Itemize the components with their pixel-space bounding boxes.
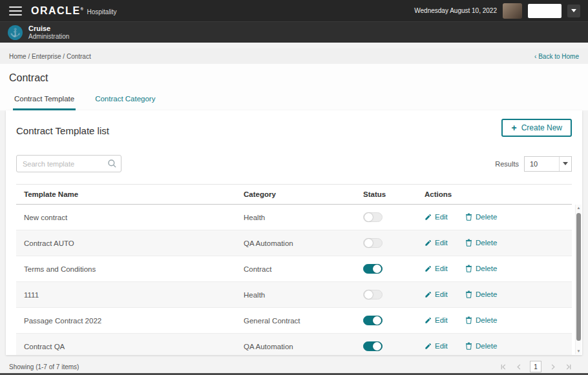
brand-suffix: Hospitality bbox=[87, 8, 116, 15]
contract-template-card: Contract Template list + Create New Resu… bbox=[6, 110, 582, 355]
toggle-knob bbox=[373, 342, 381, 350]
pencil-icon bbox=[425, 239, 432, 247]
scroll-down-icon[interactable]: ▼ bbox=[576, 349, 582, 354]
delete-label: Delete bbox=[476, 239, 497, 247]
delete-label: Delete bbox=[476, 290, 497, 298]
template-name-cell: Terms and Conditions bbox=[16, 265, 236, 273]
pencil-icon bbox=[425, 343, 432, 350]
contract-template-table: Template Name Category Status Actions Ne… bbox=[16, 184, 572, 355]
template-name-cell: 1111 bbox=[16, 291, 236, 299]
category-cell: Health bbox=[236, 291, 355, 299]
edit-button[interactable]: Edit bbox=[425, 290, 448, 298]
showing-summary: Showing (1-7 of 7 items) bbox=[9, 363, 79, 370]
template-name-cell: Contract AUTO bbox=[16, 239, 236, 247]
plus-icon: + bbox=[511, 125, 516, 131]
app-name: Cruise bbox=[28, 25, 69, 33]
category-cell: QA Automation bbox=[236, 239, 355, 247]
search-icon[interactable] bbox=[107, 159, 117, 171]
brand-logo: ORACLE® Hospitality bbox=[31, 5, 117, 17]
toggle-knob bbox=[364, 213, 373, 221]
delete-button[interactable]: Delete bbox=[465, 239, 497, 247]
status-toggle[interactable] bbox=[363, 212, 383, 222]
results-per-page-select[interactable]: 10 bbox=[524, 156, 572, 172]
edit-label: Edit bbox=[435, 316, 448, 324]
template-name-cell: New contract bbox=[16, 214, 236, 221]
table-row: 1111 Health Edit Delete bbox=[16, 282, 572, 308]
edit-label: Edit bbox=[435, 265, 448, 272]
status-toggle[interactable] bbox=[363, 264, 383, 274]
trash-icon bbox=[465, 213, 472, 221]
category-cell: General Contract bbox=[236, 317, 355, 325]
table-footer: Showing (1-7 of 7 items) 1 bbox=[0, 355, 588, 372]
scroll-up-icon[interactable]: ▲ bbox=[576, 205, 582, 210]
table-header-row: Template Name Category Status Actions bbox=[16, 184, 572, 205]
edit-button[interactable]: Edit bbox=[425, 265, 448, 272]
scrollbar-thumb[interactable] bbox=[576, 213, 581, 341]
cruise-logo-icon: ⚓ bbox=[8, 25, 23, 40]
top-bar: ORACLE® Hospitality Wednesday August 10,… bbox=[0, 0, 588, 21]
next-page-button[interactable] bbox=[548, 362, 557, 371]
table-scrollbar[interactable]: ▲ ▼ bbox=[575, 205, 582, 354]
current-date: Wednesday August 10, 2022 bbox=[414, 7, 497, 14]
edit-label: Edit bbox=[435, 213, 448, 221]
current-page[interactable]: 1 bbox=[530, 361, 541, 372]
create-new-label: Create New bbox=[521, 123, 562, 132]
column-header-actions: Actions bbox=[417, 190, 572, 198]
toggle-knob bbox=[364, 239, 373, 247]
edit-button[interactable]: Edit bbox=[425, 213, 448, 221]
tab-bar: Contract Template Contract Category bbox=[0, 89, 588, 110]
trash-icon bbox=[465, 239, 472, 247]
back-to-home-link[interactable]: ‹ Back to Home bbox=[534, 53, 579, 60]
edit-button[interactable]: Edit bbox=[425, 239, 448, 247]
table-row: Passage Contract 2022 General Contract E… bbox=[16, 308, 572, 334]
last-page-button[interactable] bbox=[563, 362, 572, 371]
delete-label: Delete bbox=[476, 213, 497, 221]
edit-button[interactable]: Edit bbox=[425, 342, 448, 350]
column-header-template-name: Template Name bbox=[16, 190, 236, 198]
category-cell: QA Automation bbox=[236, 343, 355, 350]
table-row: Contract AUTO QA Automation Edit Delete bbox=[16, 230, 572, 256]
tab-contract-template[interactable]: Contract Template bbox=[13, 89, 76, 110]
breadcrumb[interactable]: Home / Enterprise / Contract bbox=[9, 53, 91, 60]
trash-icon bbox=[465, 316, 472, 324]
status-toggle[interactable] bbox=[363, 238, 383, 248]
hamburger-menu-icon[interactable] bbox=[9, 6, 22, 15]
app-bar: ⚓ Cruise Administration bbox=[0, 21, 588, 43]
pencil-icon bbox=[425, 265, 432, 272]
search-input[interactable] bbox=[16, 155, 121, 172]
edit-button[interactable]: Edit bbox=[425, 316, 448, 324]
status-toggle[interactable] bbox=[363, 290, 383, 299]
prev-page-button[interactable] bbox=[514, 362, 523, 371]
trash-icon bbox=[465, 342, 472, 350]
toggle-knob bbox=[373, 316, 381, 325]
delete-button[interactable]: Delete bbox=[465, 342, 497, 350]
status-toggle[interactable] bbox=[363, 316, 383, 325]
breadcrumb-bar: Home / Enterprise / Contract ‹ Back to H… bbox=[0, 48, 588, 64]
delete-label: Delete bbox=[476, 316, 497, 324]
status-toggle[interactable] bbox=[363, 341, 383, 351]
edit-label: Edit bbox=[435, 290, 448, 298]
trash-icon bbox=[465, 265, 472, 272]
app-subtitle: Administration bbox=[28, 33, 69, 41]
delete-button[interactable]: Delete bbox=[465, 265, 497, 272]
create-new-button[interactable]: + Create New bbox=[501, 119, 572, 137]
avatar[interactable] bbox=[503, 3, 522, 19]
delete-label: Delete bbox=[476, 342, 497, 350]
tab-contract-category[interactable]: Contract Category bbox=[94, 89, 156, 110]
delete-button[interactable]: Delete bbox=[465, 213, 497, 221]
user-menu-toggle[interactable] bbox=[567, 5, 580, 17]
table-row: New contract Health Edit Delete bbox=[16, 205, 572, 230]
toggle-knob bbox=[364, 290, 373, 299]
template-name-cell: Contract QA bbox=[16, 343, 236, 350]
table-body: New contract Health Edit Delete Contract… bbox=[16, 205, 572, 355]
column-header-category: Category bbox=[236, 190, 355, 198]
table-row: Terms and Conditions Contract Edit Delet… bbox=[16, 256, 572, 282]
user-menu-box[interactable] bbox=[528, 4, 562, 18]
first-page-button[interactable] bbox=[499, 362, 508, 371]
column-header-status: Status bbox=[355, 190, 417, 198]
delete-label: Delete bbox=[476, 265, 497, 272]
delete-button[interactable]: Delete bbox=[465, 290, 497, 298]
delete-button[interactable]: Delete bbox=[465, 316, 497, 324]
registered-mark: ® bbox=[81, 6, 85, 10]
edit-label: Edit bbox=[435, 342, 448, 350]
